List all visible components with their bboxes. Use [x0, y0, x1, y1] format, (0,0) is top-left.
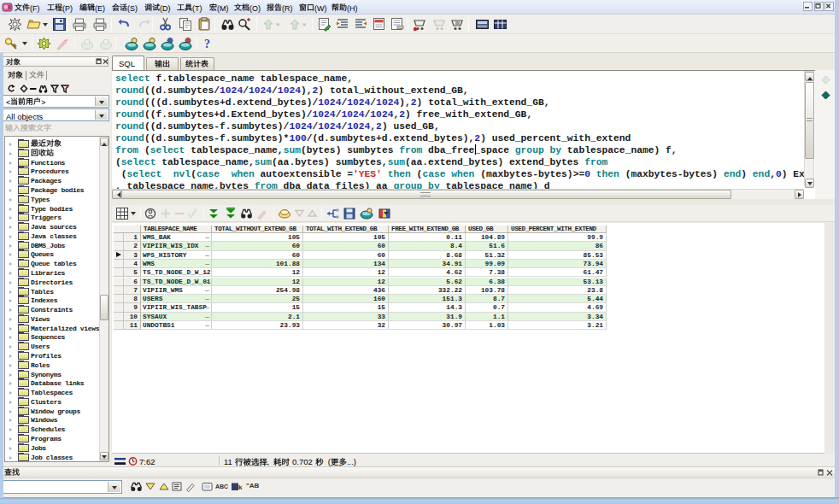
- svg-text:k: k: [238, 483, 243, 491]
- svg-text:?: ?: [204, 38, 210, 50]
